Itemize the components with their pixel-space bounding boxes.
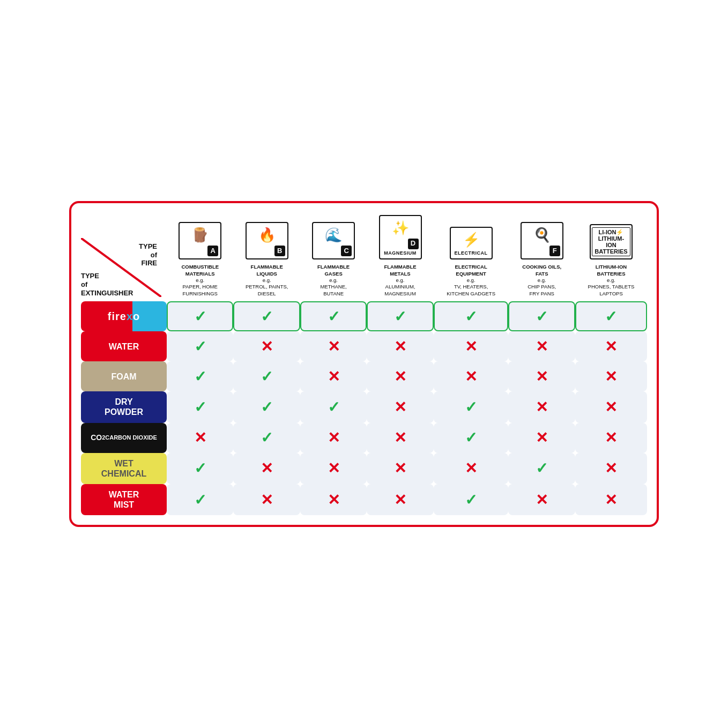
- row-foam: FOAM ✓ ✓ ✕ ✕ ✕ ✕ ✕: [81, 361, 647, 391]
- foam-check-LI: ✕: [575, 361, 647, 391]
- water-check-LI: ✕: [575, 331, 647, 361]
- fire-A-desc: COMBUSTIBLEMATERIALSe.g.PAPER, HOMEFURNI…: [169, 264, 231, 297]
- co2-check-A: ✕: [167, 423, 233, 453]
- co2-check-LI: ✕: [575, 423, 647, 453]
- check-symbol: ✓: [261, 308, 273, 325]
- fire-B-icon: 🔥: [258, 225, 276, 244]
- firexo-check-D: ✓: [367, 301, 433, 331]
- fire-LI-desc: LITHIUM-IONBATTERIESe.g.PHONES, TABLETSL…: [577, 264, 645, 297]
- co2-label-cell: CO2CARBON DIOXIDE: [81, 423, 167, 453]
- wet-chemical-check-LI: ✕: [575, 453, 647, 484]
- header-row: TYPEofFIRE TYPEofEXTINGUISHER: [81, 213, 647, 301]
- main-table: TYPEofFIRE TYPEofEXTINGUISHER: [81, 213, 647, 516]
- water-mist-check-C: ✕: [300, 484, 367, 515]
- fire-F-desc: COOKING OILS,FATSe.g.CHIP PANS,FRY PANS: [510, 264, 573, 297]
- wet-chemical-label-cell: WETCHEMICAL: [81, 453, 167, 484]
- water-check-A: ✓: [167, 331, 233, 361]
- firexo-check-B: ✓: [233, 301, 300, 331]
- row-dry-powder: DRYPOWDER ✓ ✓ ✓ ✕ ✓ ✕ ✕: [81, 391, 647, 422]
- co2-check-B: ✓: [233, 423, 300, 453]
- foam-check-C: ✕: [300, 361, 367, 391]
- water-mist-label-cell: WATERMIST: [81, 484, 167, 515]
- fire-B-badge: B: [274, 246, 285, 256]
- water-mist-check-LI: ✕: [575, 484, 647, 515]
- fire-type-F-header: 🍳 F COOKING OILS,FATSe.g.CHIP PANS,FRY P…: [508, 213, 575, 301]
- dry-powder-check-E: ✓: [434, 391, 509, 422]
- corner-cell: TYPEofFIRE TYPEofEXTINGUISHER: [81, 213, 167, 301]
- wet-chemical-label: WETCHEMICAL: [81, 453, 167, 484]
- row-firexo: firexo ✓ ✓ ✓ ✓ ✓ ✓ ✓: [81, 301, 647, 331]
- water-mist-check-E: ✓: [434, 484, 509, 515]
- firexo-check-C: ✓: [300, 301, 367, 331]
- wet-chemical-check-F: ✓: [508, 453, 575, 484]
- fire-F-icon: 🍳: [533, 225, 551, 244]
- wet-chemical-check-E: ✕: [434, 453, 509, 484]
- dry-powder-check-A: ✓: [167, 391, 233, 422]
- fire-type-E-header: ⚡ ELECTRICAL ELECTRICALEQUIPMENTe.g.TV, …: [434, 213, 509, 301]
- check-symbol: ✓: [194, 308, 206, 325]
- row-water: WATER ✓ ✕ ✕ ✕ ✕ ✕ ✕: [81, 331, 647, 361]
- chart-container: TYPEofFIRE TYPEofEXTINGUISHER: [69, 201, 659, 528]
- fire-LI-icon: LI-ION⚡LITHIUM-IONBATTERIES: [592, 227, 630, 256]
- co2-check-F: ✕: [508, 423, 575, 453]
- check-symbol: ✓: [328, 308, 340, 325]
- fire-E-icon: ⚡: [463, 230, 480, 249]
- wet-chemical-check-A: ✓: [167, 453, 233, 484]
- water-check-B: ✕: [233, 331, 300, 361]
- water-check-D: ✕: [367, 331, 433, 361]
- fire-D-badge: D: [408, 239, 419, 249]
- water-label-cell: WATER: [81, 331, 167, 361]
- check-symbol: ✓: [536, 308, 548, 325]
- water-mist-check-A: ✓: [167, 484, 233, 515]
- fire-A-badge: A: [207, 246, 218, 256]
- co2-check-D: ✕: [367, 423, 433, 453]
- dry-powder-label-cell: DRYPOWDER: [81, 391, 167, 422]
- fire-D-sublabel: MAGNESIUM: [384, 250, 417, 257]
- wet-chemical-check-C: ✕: [300, 453, 367, 484]
- co2-label: CO2CARBON DIOXIDE: [81, 423, 167, 453]
- wet-chemical-check-D: ✕: [367, 453, 433, 484]
- firexo-check-E: ✓: [434, 301, 509, 331]
- check-symbol: ✓: [465, 308, 477, 325]
- co2-check-E: ✓: [434, 423, 509, 453]
- row-water-mist: WATERMIST ✓ ✕ ✕ ✕ ✓ ✕ ✕: [81, 484, 647, 515]
- type-extinguisher-label: TYPEofEXTINGUISHER: [81, 272, 133, 297]
- fire-E-desc: ELECTRICALEQUIPMENTe.g.TV, HEATERS,KITCH…: [436, 264, 507, 297]
- fire-A-icon: 🪵: [191, 225, 209, 244]
- water-label: WATER: [81, 331, 167, 361]
- co2-check-C: ✕: [300, 423, 367, 453]
- fire-B-desc: FLAMMABLELIQUIDSe.g.PETROL, PAINTS,DIESE…: [235, 264, 298, 297]
- fire-type-C-header: 🌊 C FLAMMABLEGASESe.g.METHANE,BUTANE: [300, 213, 367, 301]
- firexo-label-cell: firexo: [81, 301, 167, 331]
- check-symbol: ✓: [394, 308, 406, 325]
- foam-check-F: ✕: [508, 361, 575, 391]
- water-mist-check-D: ✕: [367, 484, 433, 515]
- fire-type-D-header: ✨ D MAGNESIUM FLAMMABLEMETALSe.g.ALUMINI…: [367, 213, 433, 301]
- foam-label: FOAM: [81, 361, 167, 391]
- foam-check-D: ✕: [367, 361, 433, 391]
- water-mist-check-F: ✕: [508, 484, 575, 515]
- row-wet-chemical: WETCHEMICAL ✓ ✕ ✕ ✕ ✕ ✓ ✕: [81, 453, 647, 484]
- firexo-check-LI: ✓: [575, 301, 647, 331]
- firexo-label: firexo: [81, 301, 167, 331]
- dry-powder-label: DRYPOWDER: [81, 391, 167, 422]
- fire-C-badge: C: [341, 246, 352, 256]
- dry-powder-check-F: ✕: [508, 391, 575, 422]
- fire-D-icon: ✨: [392, 218, 409, 237]
- dry-powder-check-B: ✓: [233, 391, 300, 422]
- water-check-C: ✕: [300, 331, 367, 361]
- firexo-check-F: ✓: [508, 301, 575, 331]
- foam-check-E: ✕: [434, 361, 509, 391]
- fire-C-desc: FLAMMABLEGASESe.g.METHANE,BUTANE: [302, 264, 365, 297]
- fire-F-badge: F: [549, 246, 560, 256]
- fire-E-sublabel: ELECTRICAL: [455, 250, 488, 257]
- foam-check-B: ✓: [233, 361, 300, 391]
- foam-label-cell: FOAM: [81, 361, 167, 391]
- fire-type-A-header: 🪵 A COMBUSTIBLEMATERIALSe.g.PAPER, HOMEF…: [167, 213, 233, 301]
- fire-type-LI-header: LI-ION⚡LITHIUM-IONBATTERIES LITHIUM-IONB…: [575, 213, 647, 301]
- water-mist-check-B: ✕: [233, 484, 300, 515]
- fire-D-desc: FLAMMABLEMETALSe.g.ALUMINIUM,MAGNESIUM: [369, 264, 431, 297]
- water-mist-label: WATERMIST: [81, 484, 167, 515]
- water-check-E: ✕: [434, 331, 509, 361]
- dry-powder-check-LI: ✕: [575, 391, 647, 422]
